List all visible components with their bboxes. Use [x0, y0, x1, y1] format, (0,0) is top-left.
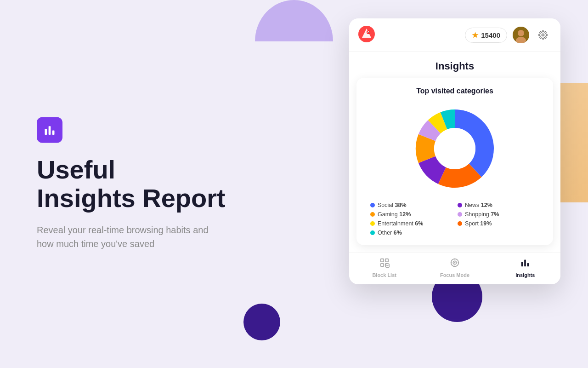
product-icon-badge	[37, 117, 62, 143]
points-badge: ★ 15400	[465, 28, 507, 43]
browser-header: ★ 15400	[349, 18, 560, 52]
svg-rect-26	[524, 260, 526, 267]
svg-rect-14	[380, 264, 383, 266]
svg-rect-2	[52, 131, 55, 135]
nav-item-focus-mode[interactable]: Focus Mode	[419, 258, 490, 278]
decorative-blob-bottom-left	[243, 304, 280, 340]
legend-item: News 12%	[458, 202, 539, 208]
legend-dot	[458, 221, 462, 226]
svg-point-20	[454, 262, 456, 264]
svg-rect-0	[45, 129, 47, 135]
chart-container	[366, 103, 544, 195]
legend-label: Shopping 7%	[465, 211, 499, 218]
svg-point-6	[368, 32, 369, 33]
nav-label-focus-mode: Focus Mode	[440, 272, 469, 278]
legend-item: Sport 19%	[458, 220, 539, 227]
insights-nav-icon	[520, 258, 530, 270]
app-logo	[358, 26, 375, 44]
page-title-bar: Insights	[349, 52, 560, 78]
decorative-blob-top	[255, 0, 333, 41]
main-heading: Useful Insights Report	[37, 155, 226, 212]
legend-dot	[458, 203, 462, 207]
legend-label: Gaming 12%	[378, 211, 411, 218]
nav-item-insights[interactable]: Insights	[490, 258, 560, 278]
focus-mode-icon	[450, 258, 460, 270]
legend-dot	[370, 221, 375, 226]
svg-rect-27	[527, 263, 529, 266]
legend-label: Sport 19%	[465, 220, 492, 227]
legend-dot	[370, 230, 375, 235]
legend-dot	[370, 203, 375, 207]
legend-label: Social 38%	[378, 202, 407, 208]
legend-label: Entertainment 6%	[378, 220, 423, 227]
svg-point-10	[542, 34, 544, 36]
card-title: Top visited categories	[366, 87, 544, 95]
legend-label: Other 6%	[378, 230, 402, 236]
legend-item: Other 6%	[370, 230, 452, 236]
settings-button[interactable]	[535, 27, 551, 43]
nav-label-block-list: Block List	[372, 272, 396, 278]
svg-rect-12	[380, 259, 383, 262]
svg-rect-25	[521, 262, 523, 266]
svg-rect-13	[385, 259, 388, 262]
legend-item: Entertainment 6%	[370, 220, 452, 227]
user-avatar[interactable]	[513, 27, 529, 43]
block-list-icon	[379, 258, 390, 270]
legend-label: News 12%	[465, 202, 492, 208]
legend-item: Social 38%	[370, 202, 452, 208]
bottom-nav: Block List Focus Mode	[349, 253, 560, 284]
svg-point-8	[518, 30, 524, 36]
points-value: 15400	[481, 31, 500, 39]
insights-card: Top visited categories Social 38% News 1…	[356, 78, 553, 245]
page-title: Insights	[358, 60, 551, 72]
bar-chart-icon	[43, 123, 56, 136]
donut-chart	[409, 103, 501, 195]
legend-item: Gaming 12%	[370, 211, 452, 218]
subtitle-text: Reveal your real-time browsing habits an…	[37, 224, 211, 251]
nav-label-insights: Insights	[515, 272, 535, 278]
nav-item-block-list[interactable]: Block List	[349, 258, 419, 278]
legend-item: Shopping 7%	[458, 211, 539, 218]
header-right: ★ 15400	[465, 27, 551, 43]
star-icon: ★	[472, 31, 478, 40]
svg-point-11	[434, 128, 475, 169]
legend-dot	[370, 212, 375, 217]
chart-legend: Social 38% News 12% Gaming 12% Shopping …	[366, 202, 544, 236]
legend-dot	[458, 212, 462, 217]
svg-rect-1	[49, 126, 51, 135]
browser-mockup: ★ 15400 Insights Top visited ca	[349, 18, 560, 284]
left-content-section: Useful Insights Report Reveal your real-…	[37, 117, 226, 251]
